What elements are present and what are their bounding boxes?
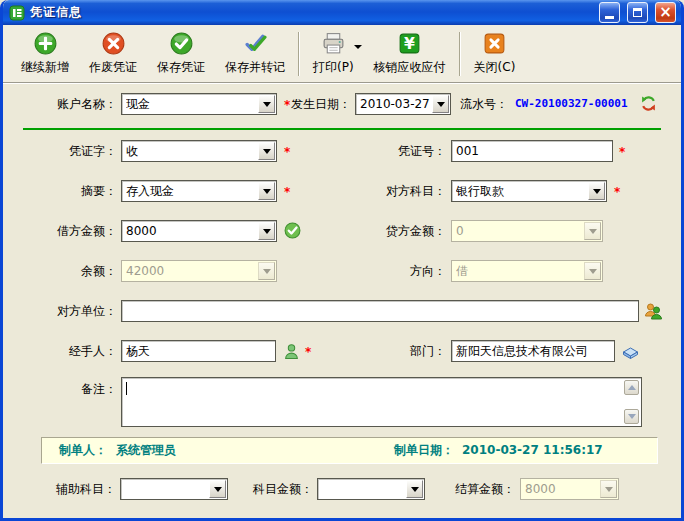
department-book-icon[interactable]: [621, 343, 640, 361]
chevron-down-icon: [584, 222, 601, 240]
counter-subject-value: 银行取款: [456, 183, 586, 200]
counter-subject-combo[interactable]: 银行取款: [451, 180, 607, 202]
scroll-up-button[interactable]: [624, 380, 639, 395]
refresh-icon[interactable]: [640, 95, 657, 112]
balance-combo: 42000: [121, 260, 277, 282]
voucher-word-label: 凭证字：: [5, 140, 117, 162]
counter-subject-label: 对方科目：: [333, 180, 446, 202]
toolbar: 继续新增 作废凭证 保存凭证 保存并转记: [3, 25, 681, 83]
debit-amount-label: 借方金额：: [5, 220, 117, 242]
close-square-icon: [482, 31, 507, 56]
save-voucher-label: 保存凭证: [157, 59, 205, 76]
chevron-down-icon[interactable]: [406, 480, 423, 498]
department-input[interactable]: [451, 340, 615, 362]
credit-amount-label: 贷方金额：: [333, 220, 446, 242]
app-icon: [9, 5, 25, 21]
handler-input[interactable]: [121, 340, 276, 362]
toolbar-separator: [298, 32, 300, 76]
chevron-down-icon: [584, 262, 601, 280]
print-button[interactable]: 打印(P): [303, 27, 364, 81]
chevron-down-icon: [600, 480, 617, 498]
chevron-down-icon[interactable]: [588, 182, 605, 200]
maker-value: 系统管理员: [116, 438, 176, 463]
required-marker: *: [614, 181, 620, 203]
account-name-label: 账户名称：: [5, 93, 117, 115]
save-voucher-button[interactable]: 保存凭证: [147, 27, 215, 81]
summary-label: 摘要：: [5, 180, 117, 202]
minimize-button[interactable]: [599, 2, 620, 23]
aux-subject-combo[interactable]: [120, 478, 228, 500]
writeoff-receivable-payable-button[interactable]: ¥ 核销应收应付: [364, 27, 456, 81]
occur-date-combo[interactable]: 2010-03-27: [355, 93, 451, 115]
settle-amount-combo: 8000: [520, 478, 619, 500]
summary-combo[interactable]: 存入现金: [121, 180, 277, 202]
chevron-down-icon[interactable]: [258, 142, 275, 160]
maximize-icon: [633, 8, 642, 17]
continue-add-button[interactable]: 继续新增: [11, 27, 79, 81]
scroll-down-button[interactable]: [624, 409, 639, 424]
voucher-no-input[interactable]: [451, 140, 613, 162]
debit-amount-combo[interactable]: 8000: [121, 220, 277, 242]
occur-date-value: 2010-03-27: [360, 96, 430, 113]
debit-amount-value: 8000: [126, 223, 256, 240]
chevron-down-icon: [628, 414, 636, 419]
voucher-word-value: 收: [126, 143, 256, 160]
valid-check-icon: [284, 222, 301, 239]
voucher-form: 账户名称： 现金 * 发生日期： 2010-03-27 流水号： CW-2010…: [3, 83, 681, 518]
account-name-value: 现金: [126, 96, 256, 113]
direction-combo: 借: [451, 260, 603, 282]
close-icon: ×: [659, 5, 672, 20]
required-marker: *: [305, 341, 311, 363]
subject-amount-combo[interactable]: [317, 478, 425, 500]
close-button[interactable]: ×: [655, 2, 676, 23]
maker-label: 制单人：: [59, 438, 107, 463]
balance-label: 余额：: [5, 260, 117, 282]
occur-date-label: 发生日期：: [289, 93, 351, 115]
print-label: 打印(P): [313, 59, 354, 76]
remark-label: 备注：: [5, 378, 117, 400]
close-window-button[interactable]: 关闭(C): [464, 27, 526, 81]
save-and-post-button[interactable]: 保存并转记: [215, 27, 295, 81]
writeoff-label: 核销应收应付: [374, 59, 446, 76]
balance-value: 42000: [126, 263, 256, 280]
void-circle-icon: [101, 31, 126, 56]
chevron-down-icon[interactable]: [432, 95, 449, 113]
section-divider: [23, 128, 661, 130]
aux-subject-label: 辅助科目：: [5, 478, 116, 500]
make-date-label: 制单日期：: [394, 438, 454, 463]
direction-value: 借: [456, 263, 582, 280]
chevron-down-icon[interactable]: [258, 95, 275, 113]
required-marker: *: [284, 141, 290, 163]
text-caret: [126, 382, 127, 395]
summary-value: 存入现金: [126, 183, 256, 200]
credit-amount-combo: 0: [451, 220, 603, 242]
writeoff-yuan-icon: ¥: [397, 31, 422, 56]
serial-no-label: 流水号：: [455, 93, 508, 115]
contacts-icon[interactable]: [644, 302, 662, 320]
counter-unit-input[interactable]: [121, 300, 639, 322]
voucher-word-combo[interactable]: 收: [121, 140, 277, 162]
printer-icon: [321, 31, 346, 56]
person-icon[interactable]: [283, 343, 300, 360]
chevron-down-icon[interactable]: [258, 182, 275, 200]
counter-unit-label: 对方单位：: [5, 300, 117, 322]
chevron-down-icon[interactable]: [209, 480, 226, 498]
remark-textarea[interactable]: [123, 379, 623, 425]
serial-no-value: CW-20100327-00001: [515, 96, 628, 112]
make-date-value: 2010-03-27 11:56:17: [462, 438, 603, 463]
chevron-down-icon[interactable]: [258, 222, 275, 240]
maximize-button[interactable]: [627, 2, 648, 23]
print-dropdown-arrow-icon[interactable]: [354, 45, 362, 49]
voucher-info-window: 凭证信息 × 继续新增 作废凭证: [0, 0, 684, 521]
handler-label: 经手人：: [5, 340, 117, 362]
void-voucher-label: 作废凭证: [89, 59, 137, 76]
chevron-down-icon: [258, 262, 275, 280]
department-label: 部门：: [333, 340, 446, 362]
continue-add-label: 继续新增: [21, 59, 69, 76]
close-window-label: 关闭(C): [474, 59, 516, 76]
required-marker: *: [619, 141, 625, 163]
window-title: 凭证信息: [30, 4, 592, 21]
settle-amount-value: 8000: [525, 481, 598, 498]
account-name-combo[interactable]: 现金: [121, 93, 277, 115]
void-voucher-button[interactable]: 作废凭证: [79, 27, 147, 81]
